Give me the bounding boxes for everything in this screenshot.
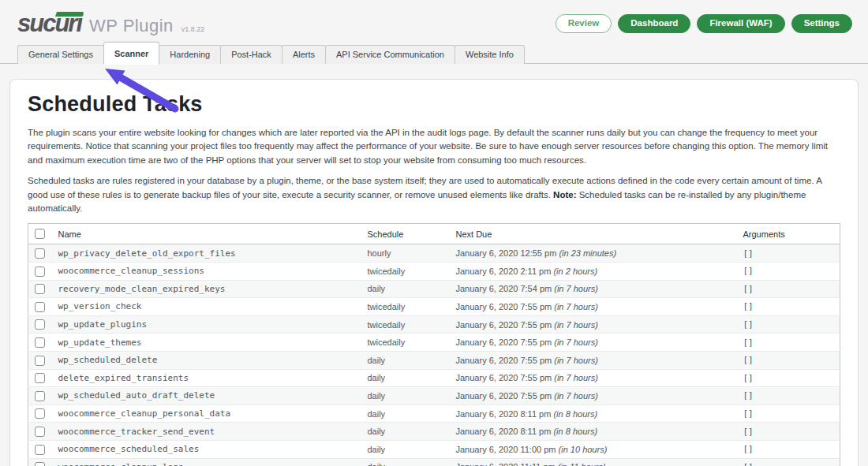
task-next-due: January 6, 2020 7:55 pm (in 7 hours) [450,334,737,352]
task-name: woocommerce_scheduled_sales [52,440,361,458]
table-row: woocommerce_scheduled_sales daily Januar… [28,440,840,458]
table-row: wp_scheduled_auto_draft_delete daily Jan… [28,387,840,405]
task-next-due-relative: (in 7 hours) [554,391,598,401]
task-next-due-relative: (in 7 hours) [554,356,598,365]
task-next-due-date: January 6, 2020 7:55 pm [456,356,552,365]
tab-website-info[interactable]: Website Info [455,45,525,64]
task-name: wp_privacy_delete_old_export_files [52,244,361,263]
sucuri-logo: sucuri [17,11,81,35]
tab-hardening[interactable]: Hardening [159,45,221,64]
task-next-due: January 6, 2020 7:55 pm (in 7 hours) [450,369,737,387]
table-row: woocommerce_cleanup_personal_data daily … [28,404,840,423]
task-arguments: [] [737,440,840,458]
task-next-due: January 6, 2020 11:00 pm (in 10 hours) [450,440,737,458]
task-next-due-date: January 6, 2020 7:55 pm [456,337,552,347]
tab-bar: General Settings Scanner Hardening Post-… [0,41,868,64]
task-next-due-date: January 6, 2020 8:11 pm [456,427,552,436]
dashboard-button[interactable]: Dashboard [618,14,690,33]
task-next-due-date: January 6, 2020 7:55 pm [456,391,552,401]
task-schedule: twicedaily [361,334,450,352]
task-next-due: January 6, 2020 7:55 pm (in 7 hours) [450,387,737,405]
task-arguments: [] [737,423,840,441]
table-row: wp_update_plugins twicedaily January 6, … [28,315,840,334]
note-label: Note: [553,190,576,199]
tab-scanner[interactable]: Scanner [103,42,159,65]
table-row: delete_expired_transients daily January … [28,369,840,387]
task-next-due: January 6, 2020 11:11 pm (in 11 hours) [450,458,737,466]
row-checkbox[interactable] [35,267,45,277]
task-arguments: [] [737,387,840,405]
row-checkbox[interactable] [35,462,45,466]
row-checkbox[interactable] [35,391,45,401]
task-arguments: [] [737,263,840,281]
task-next-due-relative: (in 7 hours) [554,373,598,382]
task-name: delete_expired_transients [52,369,361,387]
task-next-due-relative: (in 2 hours) [553,267,597,276]
row-checkbox[interactable] [35,373,45,383]
table-row: recovery_mode_clean_expired_keys daily J… [28,280,840,298]
task-next-due: January 6, 2020 7:55 pm (in 7 hours) [450,298,737,316]
row-checkbox[interactable] [35,248,45,259]
task-next-due-date: January 6, 2020 7:55 pm [456,302,552,311]
row-checkbox[interactable] [35,408,45,419]
page-title: Scheduled Tasks [28,92,840,117]
review-button[interactable]: Review [556,14,612,33]
task-schedule: daily [361,440,450,458]
header-buttons: Review Dashboard Firewall (WAF) Settings [556,14,852,33]
tab-general-settings[interactable]: General Settings [17,45,104,64]
task-next-due-relative: (in 23 minutes) [559,248,616,258]
table-row: wp_privacy_delete_old_export_files hourl… [28,244,840,263]
table-row: woocommerce_tracker_send_event daily Jan… [28,423,840,441]
task-next-due-relative: (in 7 hours) [554,337,598,347]
firewall-waf-button[interactable]: Firewall (WAF) [697,14,784,33]
row-checkbox[interactable] [35,284,45,294]
task-next-due: January 6, 2020 7:54 pm (in 7 hours) [450,280,737,298]
task-schedule: daily [361,404,450,423]
task-next-due-date: January 6, 2020 7:55 pm [456,320,552,330]
row-checkbox[interactable] [35,445,45,455]
task-schedule: hourly [361,244,450,263]
task-schedule: daily [361,369,450,387]
select-all-checkbox[interactable] [35,229,45,239]
table-row: wp_update_themes twicedaily January 6, 2… [28,334,840,352]
task-name: wp_version_check [52,298,361,316]
task-next-due-relative: (in 7 hours) [554,302,598,311]
plugin-version: v1.8.22 [181,25,205,33]
row-checkbox[interactable] [35,356,45,366]
tab-alerts[interactable]: Alerts [282,45,326,64]
task-next-due-relative: (in 8 hours) [553,409,597,419]
tab-api-service-communication[interactable]: API Service Communication [325,45,455,64]
task-arguments: [] [737,369,840,387]
task-next-due: January 6, 2020 8:11 pm (in 8 hours) [450,404,737,423]
row-checkbox[interactable] [35,427,45,437]
brand-area: sucuri WP Plugin v1.8.22 [17,11,204,36]
plugin-name: WP Plugin [89,16,174,36]
column-header-schedule: Schedule [361,223,450,244]
task-next-due-date: January 6, 2020 7:55 pm [456,373,552,382]
table-row: wp_scheduled_delete daily January 6, 202… [28,351,840,369]
row-checkbox[interactable] [35,337,45,348]
task-name: wp_update_themes [52,334,361,352]
task-schedule: twicedaily [361,298,450,316]
row-checkbox[interactable] [35,302,45,312]
task-arguments: [] [737,351,840,369]
task-schedule: daily [361,423,450,441]
task-next-due-relative: (in 7 hours) [554,320,598,330]
task-next-due-relative: (in 10 hours) [559,445,608,454]
task-arguments: [] [737,404,840,423]
task-name: woocommerce_tracker_send_event [52,423,361,441]
task-next-due-date: January 6, 2020 7:54 pm [456,284,552,293]
table-row: wp_version_check twicedaily January 6, 2… [28,298,840,316]
task-name: wp_update_plugins [52,315,361,334]
task-next-due: January 6, 2020 7:55 pm (in 7 hours) [450,351,737,369]
task-schedule: twicedaily [361,315,450,334]
task-arguments: [] [737,280,840,298]
tab-post-hack[interactable]: Post-Hack [220,45,282,64]
task-name: woocommerce_cleanup_logs [52,458,361,466]
settings-button[interactable]: Settings [791,14,852,33]
row-checkbox[interactable] [35,319,45,330]
plugin-header: sucuri WP Plugin v1.8.22 Review Dashboar… [0,0,868,41]
task-name: woocommerce_cleanup_personal_data [52,404,361,423]
task-arguments: [] [737,298,840,316]
task-next-due: January 6, 2020 2:11 pm (in 2 hours) [450,263,737,281]
